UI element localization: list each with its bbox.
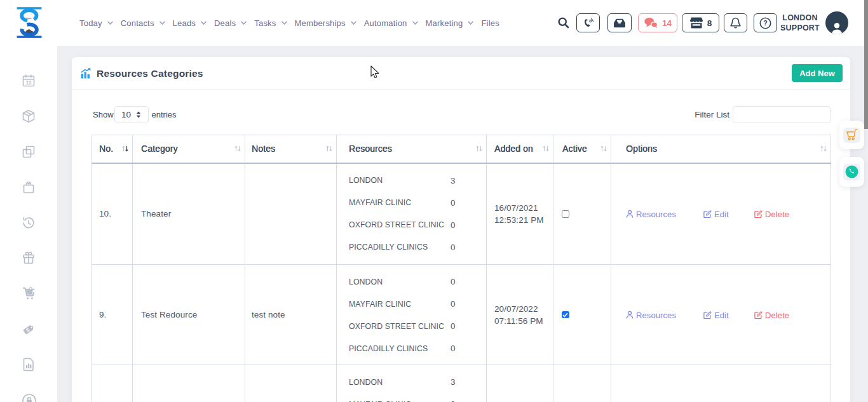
chevron-down-icon (159, 21, 165, 25)
active-checkbox[interactable] (562, 311, 569, 319)
bag-icon[interactable] (22, 180, 37, 196)
nav-item-marketing[interactable]: Marketing (426, 18, 474, 28)
report-icon[interactable] (22, 358, 37, 373)
table-row: 9. Test Redource test note LONDON0 MAYFA… (92, 265, 831, 365)
resource-line: PICCADILLY CLINICS0 (337, 236, 486, 258)
cell-options (611, 365, 831, 402)
nav-item-memberships[interactable]: Memberships (295, 18, 356, 28)
cart-sparkle-icon[interactable] (22, 286, 37, 302)
chevron-down-icon (201, 21, 207, 25)
question-circle-icon: ? (759, 17, 771, 29)
cell-no: 9. (92, 265, 133, 365)
page-size-select[interactable]: 10 (114, 106, 149, 123)
filter-input[interactable] (733, 106, 831, 123)
copy-icon[interactable] (22, 145, 37, 160)
filter-control: Filter List (695, 106, 831, 123)
cell-options: Resources Edit Delete (611, 265, 831, 365)
card-header: Resources Categories Add New (72, 57, 850, 90)
resource-line: PICCADILLY CLINICS0 (337, 337, 486, 359)
package-icon[interactable] (22, 109, 37, 124)
chevron-down-icon (468, 21, 473, 25)
svg-text:?: ? (763, 19, 767, 27)
inbox-icon (613, 18, 626, 29)
cell-category: Test Redource (133, 265, 245, 365)
bell-icon (730, 17, 741, 29)
help-button[interactable]: ? (754, 13, 777, 32)
cell-added-on: 16/07/202112:53:21 PM (487, 163, 553, 265)
inbox-button[interactable] (607, 13, 632, 32)
active-checkbox[interactable] (562, 210, 569, 218)
resources-link[interactable]: Resources (626, 310, 676, 319)
calendar-icon[interactable]: 12 (22, 74, 37, 89)
store-button[interactable]: 8 (682, 13, 719, 32)
edit-icon (703, 311, 712, 319)
sort-icon (234, 145, 241, 152)
cell-active (553, 265, 611, 365)
add-new-button[interactable]: Add New (792, 64, 843, 82)
call-float-button[interactable] (839, 157, 864, 187)
resource-line: MAYFAIR CLINIC0 (337, 293, 486, 315)
cell-no (92, 365, 133, 402)
column-header-active[interactable]: Active (553, 135, 611, 163)
cart-float-button[interactable] (839, 121, 864, 149)
svg-text:12: 12 (25, 80, 32, 86)
sort-icon (600, 145, 607, 152)
column-header-added-on[interactable]: Added on (487, 135, 553, 163)
resource-line: OXFORD STREET CLINIC0 (337, 315, 486, 337)
resource-line: OXFORD STREET CLINIC0 (337, 214, 486, 236)
delete-icon (754, 210, 763, 218)
person-icon (830, 22, 844, 34)
app-logo-hourglass[interactable] (15, 6, 44, 41)
chevron-down-icon (241, 21, 247, 25)
sort-icon (542, 145, 550, 152)
avatar[interactable] (825, 11, 848, 34)
chevron-down-icon (412, 21, 418, 25)
edit-link[interactable]: Edit (703, 209, 729, 218)
nav-item-tasks[interactable]: Tasks (254, 18, 287, 28)
delete-link[interactable]: Delete (754, 310, 789, 319)
price-tag-icon[interactable]: $ (22, 322, 37, 337)
nav-item-leads[interactable]: Leads (173, 18, 207, 28)
nav-item-today[interactable]: Today (79, 18, 113, 28)
delete-link[interactable]: Delete (754, 209, 789, 218)
resource-line: MAYFAIR CLINIC0 (337, 192, 486, 214)
phone-button[interactable] (576, 13, 600, 32)
spinner-icon (136, 111, 141, 118)
column-header-options[interactable]: Options (611, 135, 831, 163)
resources-categories-table: No. Category Notes Resources Added on Ac… (92, 135, 831, 402)
column-header-no[interactable]: No. (92, 135, 133, 163)
column-header-resources[interactable]: Resources (337, 135, 487, 163)
nav-item-contacts[interactable]: Contacts (121, 18, 165, 28)
chat-button[interactable]: 14 (638, 13, 677, 32)
cell-active (553, 365, 611, 402)
nav-item-deals[interactable]: Deals (214, 18, 247, 28)
phone-circle-icon (845, 165, 858, 178)
resource-line: LONDON3 (337, 371, 486, 393)
lock-circle-icon[interactable] (22, 393, 37, 402)
column-header-notes[interactable]: Notes (245, 135, 337, 163)
page-title: Resources Categories (97, 57, 203, 90)
show-label: Show (93, 110, 114, 119)
history-icon[interactable] (22, 216, 37, 231)
table-row: 10. Theater LONDON3 MAYFAIR CLINIC0 OXFO… (92, 163, 831, 265)
user-name[interactable]: LONDON SUPPORT (780, 13, 820, 33)
sort-icon (475, 145, 483, 152)
cell-resources: LONDON3 MAYFAIR CLINIC0 OXFORD STREET CL… (337, 163, 487, 265)
person-icon (626, 210, 634, 218)
page-size-control: Show 10 entries (93, 106, 177, 123)
column-header-category[interactable]: Category (133, 135, 245, 163)
gift-icon[interactable] (22, 251, 37, 266)
edit-link[interactable]: Edit (703, 310, 729, 319)
top-bar: Today Contacts Leads Deals Tasks Members… (0, 0, 868, 46)
cell-added-on: 20/07/202207:11:56 PM (487, 265, 553, 365)
cell-added-on (487, 365, 553, 402)
nav-item-files[interactable]: Files (481, 18, 499, 28)
resource-line: MAYFAIR CLINIC0 (337, 393, 486, 402)
store-icon (689, 17, 703, 29)
resource-line: LONDON0 (337, 271, 486, 293)
scrollbar-thumb[interactable] (864, 0, 868, 129)
search-icon[interactable] (557, 17, 570, 32)
nav-item-automation[interactable]: Automation (364, 18, 418, 28)
notifications-button[interactable] (724, 13, 747, 32)
resources-link[interactable]: Resources (626, 209, 676, 218)
